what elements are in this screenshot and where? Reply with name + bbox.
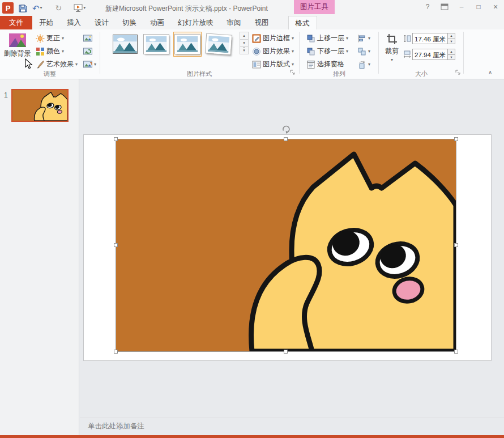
style-thumbnail-image — [146, 36, 167, 52]
dialog-launcher-icon — [455, 70, 461, 75]
shape-width-value[interactable]: 27.94 厘米 — [413, 49, 447, 59]
shape-height-field[interactable]: 17.46 厘米 ▲ ▼ — [412, 33, 455, 44]
picture-effects-button[interactable]: 图片效果 ▾ — [250, 45, 296, 57]
gallery-scroll-down-button[interactable]: ▾ — [240, 39, 249, 47]
align-button[interactable]: ▾ — [356, 32, 372, 44]
reset-picture-button[interactable]: ▾ — [82, 58, 98, 70]
spin-down-icon: ▼ — [450, 40, 452, 43]
dropdown-caret-icon: ▾ — [346, 36, 348, 41]
window-title: 新建Microsoft PowerPoint 演示文稿.pptx - Power… — [105, 4, 268, 14]
height-spin-up-button[interactable]: ▲ — [448, 33, 455, 39]
redo-button[interactable]: ↻ — [55, 4, 62, 12]
collapse-ribbon-button[interactable]: ∧ — [488, 69, 492, 75]
window-controls: ? – □ × — [419, 0, 504, 14]
dropdown-caret-icon: ▾ — [94, 62, 96, 67]
bring-forward-button[interactable]: 上移一层 ▾ — [305, 32, 350, 44]
gallery-more-button[interactable]: ▾ — [240, 46, 249, 54]
corrections-button[interactable]: 更正 ▾ — [34, 32, 66, 44]
slide-number: 1 — [4, 91, 8, 99]
corrections-sun-icon — [36, 34, 45, 43]
corrections-label: 更正 — [46, 33, 60, 43]
tab-insert[interactable]: 插入 — [60, 16, 88, 29]
rotate-objects-button[interactable]: ▾ — [356, 58, 372, 70]
slide-canvas[interactable] — [83, 134, 492, 361]
picture-layout-label: 图片版式 — [263, 59, 290, 69]
shape-width-field[interactable]: 27.94 厘米 ▲ ▼ — [412, 49, 455, 60]
color-label: 颜色 — [46, 46, 60, 56]
picture-styles-dialog-launcher[interactable] — [289, 69, 296, 76]
crop-button[interactable]: 裁剪 ▾ — [381, 31, 403, 62]
slide-thumbnail[interactable] — [11, 89, 69, 122]
height-spin-down-button[interactable]: ▼ — [448, 39, 455, 44]
help-icon: ? — [426, 3, 430, 11]
undo-dropdown-caret-icon[interactable]: ▾ — [40, 6, 42, 10]
gallery-up-icon: ▴ — [243, 33, 245, 38]
color-button[interactable]: 颜色 ▾ — [34, 45, 66, 57]
tab-transitions[interactable]: 切换 — [116, 16, 143, 29]
save-button[interactable] — [19, 4, 27, 12]
notes-placeholder[interactable]: 单击此处添加备注 — [88, 422, 144, 431]
resize-handle-middle-right[interactable] — [454, 243, 458, 247]
help-button[interactable]: ? — [419, 0, 436, 14]
tab-format[interactable]: 格式 — [288, 16, 317, 30]
resize-handle-top-left[interactable] — [114, 137, 118, 141]
group-objects-icon — [357, 47, 366, 56]
style-thumbnail-image — [177, 36, 198, 52]
remove-background-button[interactable]: 删除背景 — [2, 31, 33, 58]
width-spin-down-button[interactable]: ▼ — [448, 54, 455, 60]
selection-pane-button[interactable]: 选择窗格 — [305, 58, 346, 70]
send-backward-button[interactable]: 下移一层 ▾ — [305, 45, 350, 57]
group-objects-button[interactable]: ▾ — [356, 45, 372, 57]
ribbon-display-options-button[interactable] — [436, 0, 453, 14]
maximize-button[interactable]: □ — [470, 0, 487, 14]
shape-height-value[interactable]: 17.46 厘米 — [413, 33, 447, 44]
tab-animations[interactable]: 动画 — [143, 16, 171, 29]
powerpoint-app-icon[interactable]: P — [2, 2, 14, 14]
save-icon — [19, 4, 27, 12]
picture-style-option-3-selected[interactable] — [173, 32, 202, 57]
ribbon-display-options-icon — [441, 3, 449, 10]
tab-file[interactable]: 文件 — [0, 16, 32, 29]
dropdown-caret-icon: ▾ — [292, 36, 294, 41]
tab-view[interactable]: 视图 — [248, 16, 276, 29]
resize-handle-top-right[interactable] — [454, 137, 458, 141]
remove-background-label: 删除背景 — [4, 49, 31, 58]
picture-tools-context-badge[interactable]: 图片工具 — [294, 0, 335, 14]
dropdown-caret-icon: ▾ — [346, 49, 348, 54]
rotate-handle[interactable] — [281, 125, 291, 134]
picture-style-option-2[interactable] — [142, 32, 170, 57]
resize-handle-top-center[interactable] — [284, 137, 288, 141]
resize-handle-bottom-left[interactable] — [114, 350, 118, 354]
dropdown-caret-icon: ▾ — [368, 49, 370, 54]
gallery-scroll-up-button[interactable]: ▴ — [240, 32, 249, 40]
resize-handle-middle-left[interactable] — [114, 243, 118, 247]
resize-handle-bottom-right[interactable] — [454, 350, 458, 354]
picture-style-option-4[interactable] — [204, 32, 233, 57]
shape-height-spinners: ▲ ▼ — [447, 33, 455, 44]
close-button[interactable]: × — [487, 0, 504, 14]
close-icon: × — [493, 2, 498, 11]
width-spin-up-button[interactable]: ▲ — [448, 49, 455, 54]
selection-pane-icon — [306, 60, 315, 69]
notes-divider[interactable] — [80, 418, 504, 418]
start-slideshow-button[interactable]: ▾ — [74, 4, 86, 12]
tab-slideshow[interactable]: 幻灯片放映 — [171, 16, 220, 29]
selected-picture[interactable] — [116, 139, 456, 351]
change-picture-button[interactable] — [82, 45, 94, 57]
tab-review[interactable]: 审阅 — [220, 16, 248, 29]
tab-design[interactable]: 设计 — [88, 16, 116, 29]
tab-home[interactable]: 开始 — [32, 16, 60, 29]
minimize-button[interactable]: – — [453, 0, 470, 14]
style-thumbnail-image — [207, 36, 230, 53]
resize-handle-bottom-center[interactable] — [284, 350, 288, 354]
dropdown-caret-icon: ▾ — [292, 49, 294, 54]
undo-button[interactable]: ↶ ▾ — [32, 4, 42, 12]
picture-styles-group-label: 图片样式 — [101, 70, 298, 78]
picture-layout-icon — [252, 60, 261, 69]
artistic-effects-button[interactable]: 艺术效果 ▾ — [34, 58, 79, 70]
size-dialog-launcher[interactable] — [454, 69, 462, 76]
gallery-scroll-controls: ▴ ▾ ▾ — [240, 32, 249, 54]
compress-picture-button[interactable] — [82, 32, 94, 44]
picture-style-option-1[interactable] — [111, 32, 139, 57]
picture-border-button[interactable]: 图片边框 ▾ — [250, 32, 296, 44]
